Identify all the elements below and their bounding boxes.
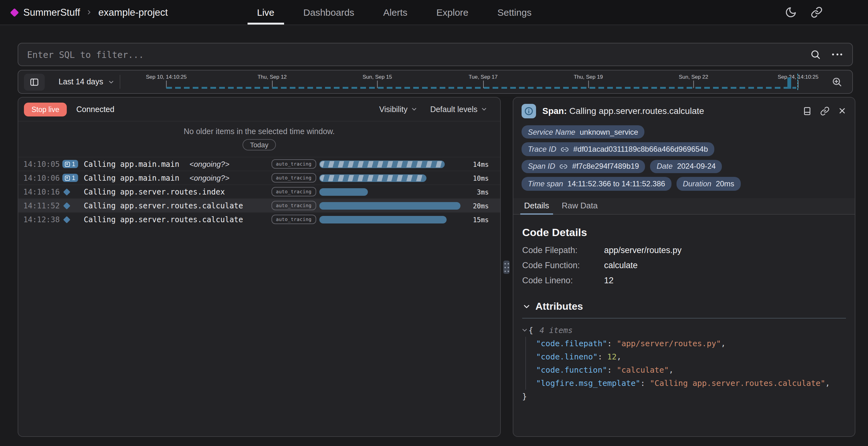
link-icon <box>560 162 568 170</box>
table-row[interactable]: 14:10:16 Calling app.server.routes.index… <box>18 185 500 198</box>
table-row[interactable]: 14:10:06 1 Calling app.main.main <ongoin… <box>18 170 500 185</box>
field-value: app/server/routes.py <box>604 245 846 255</box>
row-message: Calling app.server.routes.calculate <box>84 201 243 210</box>
date-chip: Date 2024-09-24 <box>650 160 722 173</box>
span-title: Span: Calling app.server.routes.calculat… <box>542 106 704 116</box>
row-duration: 3ms <box>477 188 489 195</box>
detail-tabs: Details Raw Data <box>514 198 855 214</box>
json-entry: "code.function": "calculate", <box>536 363 846 376</box>
panel-resize-handle[interactable] <box>503 261 509 274</box>
dark-mode-moon-icon[interactable] <box>785 6 797 18</box>
logfire-logo-icon <box>10 8 19 17</box>
breadcrumb-chevron-icon <box>86 9 93 16</box>
table-row[interactable]: 14:10:05 1 Calling app.main.main <ongoin… <box>18 157 500 170</box>
org-name[interactable]: SummerStuff <box>23 7 80 18</box>
duration-bar <box>319 216 446 223</box>
row-message: Calling app.main.main <box>84 173 179 182</box>
row-duration: 20ms <box>473 202 489 209</box>
field-value: calculate <box>604 260 846 270</box>
json-entry: "code.filepath": "app/server/routes.py", <box>536 337 846 350</box>
divider <box>522 318 846 318</box>
plus-square-icon <box>65 161 70 166</box>
row-timestamp: 14:11:52 <box>23 201 62 210</box>
timeline-track[interactable]: Sep 10, 14:10:25 Thu, Sep 12 Sun, Sep 15… <box>125 70 826 93</box>
duration-bar <box>319 188 368 196</box>
tab-explore[interactable]: Explore <box>436 0 469 25</box>
user-avatar[interactable] <box>837 2 857 22</box>
live-view-header: Stop live Connected Visibility Default l… <box>18 98 500 122</box>
info-icon <box>522 103 536 118</box>
zoom-in-icon[interactable] <box>828 76 846 88</box>
visibility-dropdown[interactable]: Visibility <box>379 105 417 114</box>
duration-bar <box>319 174 427 182</box>
tag-pill[interactable]: auto_tracing <box>272 187 316 196</box>
field-label: Code Lineno: <box>522 276 604 285</box>
breadcrumb: SummerStuff example-project <box>0 7 168 18</box>
tab-live[interactable]: Live <box>257 0 274 25</box>
time-cursor <box>798 74 798 90</box>
time-range-dropdown[interactable]: Last 14 days <box>59 70 115 93</box>
row-duration: 10ms <box>473 174 489 182</box>
row-message: Calling app.main.main <box>84 160 179 168</box>
table-row[interactable]: 14:12:38 Calling app.server.routes.calcu… <box>18 212 500 226</box>
search-icon[interactable] <box>810 49 821 60</box>
code-details-title: Code Details <box>522 226 846 239</box>
row-timestamp: 14:10:16 <box>23 187 62 196</box>
tag-pill[interactable]: auto_tracing <box>272 215 316 224</box>
row-message: Calling app.server.routes.calculate <box>84 215 243 224</box>
span-count-badge[interactable]: 1 <box>62 160 81 168</box>
chevron-down-icon <box>411 106 417 113</box>
activity-spike <box>787 77 791 89</box>
tab-dashboards[interactable]: Dashboards <box>303 0 354 25</box>
span-id-chip[interactable]: Span ID #f7c8e294f7489b19 <box>522 160 645 173</box>
row-timestamp: 14:12:38 <box>23 215 62 224</box>
row-duration: 14ms <box>473 160 489 168</box>
detail-actions <box>803 106 846 116</box>
default-levels-dropdown[interactable]: Default levels <box>430 105 488 114</box>
ongoing-label: <ongoing?> <box>189 173 229 182</box>
filter-actions <box>810 49 852 60</box>
today-button[interactable]: Today <box>243 139 276 151</box>
top-nav: SummerStuff example-project Live Dashboa… <box>0 0 868 25</box>
tag-pill[interactable]: auto_tracing <box>272 160 316 169</box>
empty-window-notice: No older items in the selected time wind… <box>18 122 500 157</box>
json-entries: "code.filepath": "app/server/routes.py",… <box>525 337 846 389</box>
attributes-json-tree: { 4 items "code.filepath": "app/server/r… <box>522 323 846 403</box>
plus-square-icon <box>65 175 70 180</box>
tag-pill[interactable]: auto_tracing <box>272 173 316 183</box>
detail-body: Code Details Code Filepath: app/server/r… <box>514 214 855 403</box>
copy-link-icon[interactable] <box>820 106 830 116</box>
row-message: Calling app.server.routes.index <box>84 187 225 196</box>
chevron-down-icon <box>480 106 488 113</box>
timeline-tick: Sep 24, 14:10:25 <box>778 74 818 88</box>
project-name[interactable]: example-project <box>98 7 168 18</box>
live-view-panel: Stop live Connected Visibility Default l… <box>18 97 501 437</box>
tab-raw-data[interactable]: Raw Data <box>557 198 603 214</box>
split-view-icon[interactable] <box>803 106 812 116</box>
timeline-tick: Sep 10, 14:10:25 <box>146 74 187 88</box>
json-entry: "logfire.msg_template": "Calling app.ser… <box>536 376 846 389</box>
tab-settings[interactable]: Settings <box>497 0 531 25</box>
json-items-count: 4 items <box>539 323 572 337</box>
field-label: Code Filepath: <box>522 245 604 255</box>
nav-tabs: Live Dashboards Alerts Explore Settings <box>257 0 532 25</box>
span-detail-panel: Span: Calling app.server.routes.calculat… <box>513 97 856 437</box>
overflow-menu-icon[interactable] <box>832 54 842 55</box>
close-icon[interactable] <box>838 106 846 115</box>
table-row-selected[interactable]: 14:11:52 Calling app.server.routes.calcu… <box>18 198 500 212</box>
tag-pill[interactable]: auto_tracing <box>272 201 316 210</box>
row-timestamp: 14:10:06 <box>23 173 62 182</box>
stop-live-button[interactable]: Stop live <box>24 102 67 116</box>
attributes-section-toggle[interactable]: Attributes <box>522 300 846 312</box>
sidebar-toggle-icon[interactable] <box>24 74 45 91</box>
share-link-icon[interactable] <box>811 6 823 18</box>
span-count-badge[interactable]: 1 <box>62 174 81 182</box>
sql-filter-input[interactable] <box>18 50 810 60</box>
trace-id-chip[interactable]: Trace ID #df01acad0311189c8b66a466d96965… <box>522 142 714 156</box>
tab-details[interactable]: Details <box>519 198 554 214</box>
tab-alerts[interactable]: Alerts <box>383 0 407 25</box>
link-icon <box>561 145 569 153</box>
collapse-caret-icon[interactable] <box>523 327 527 331</box>
field-value: 12 <box>604 276 846 285</box>
code-details-fields: Code Filepath: app/server/routes.py Code… <box>522 245 846 285</box>
